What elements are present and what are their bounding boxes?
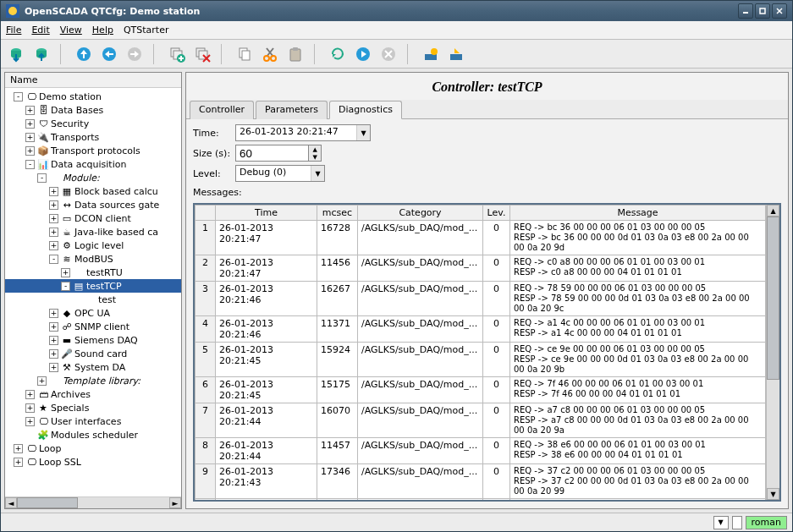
spin-up-icon[interactable]: ▲ bbox=[309, 145, 321, 153]
tree-toggle-icon[interactable]: + bbox=[25, 403, 35, 413]
tree-toggle-icon[interactable]: + bbox=[25, 106, 35, 115]
menu-qtstarter[interactable]: QTStarter bbox=[124, 25, 169, 36]
tree-toggle-icon[interactable]: + bbox=[49, 349, 58, 359]
scroll-thumb[interactable] bbox=[17, 497, 78, 508]
tree-item[interactable]: +▭DCON client bbox=[5, 211, 181, 225]
scroll-up-icon[interactable]: ▲ bbox=[767, 205, 779, 217]
table-row[interactable]: 526-01-2013 20:21:4515924/AGLKS/sub_DAQ/… bbox=[195, 343, 766, 377]
menu-edit[interactable]: Edit bbox=[31, 25, 49, 36]
tree-toggle-icon[interactable]: + bbox=[49, 336, 58, 345]
tree-toggle-icon[interactable]: + bbox=[49, 241, 58, 250]
nav-up-icon[interactable] bbox=[74, 44, 94, 64]
table-row[interactable]: 326-01-2013 20:21:4616267/AGLKS/sub_DAQ/… bbox=[195, 282, 766, 316]
status-dropdown[interactable]: ▼ bbox=[713, 516, 729, 529]
tree-item[interactable]: +📦Transport protocols bbox=[5, 144, 181, 157]
paste-icon[interactable] bbox=[285, 44, 306, 64]
table-row[interactable]: 1026-01-2013 20:21:4312040/AGLKS/sub_DAQ… bbox=[195, 499, 766, 501]
tree-item[interactable]: -Module: bbox=[5, 171, 181, 184]
tree-item[interactable]: -📊Data acquisition bbox=[5, 157, 181, 171]
tree-item[interactable]: +▦Block based calcu bbox=[5, 184, 181, 198]
col-message[interactable]: Message bbox=[510, 206, 766, 221]
menu-help[interactable]: Help bbox=[92, 25, 113, 36]
col-mcsec[interactable]: mcsec bbox=[317, 206, 358, 221]
menu-file[interactable]: File bbox=[6, 25, 21, 36]
table-row[interactable]: 726-01-2013 20:21:4416070/AGLKS/sub_DAQ/… bbox=[195, 403, 766, 438]
tree-toggle-icon[interactable]: + bbox=[14, 444, 23, 453]
item-add-icon[interactable] bbox=[167, 44, 187, 64]
tree-toggle-icon[interactable]: + bbox=[49, 322, 58, 332]
tree-toggle-icon[interactable]: - bbox=[25, 160, 35, 169]
tree-item[interactable]: +🗃Archives bbox=[5, 387, 181, 401]
tree-item[interactable]: +🖵Loop bbox=[5, 442, 181, 455]
tree-item[interactable]: -≋ModBUS bbox=[5, 252, 181, 266]
tree-toggle-icon[interactable]: + bbox=[25, 417, 35, 426]
tree-item[interactable]: +⚙Logic level bbox=[5, 239, 181, 252]
tree-toggle-icon[interactable]: + bbox=[25, 119, 35, 129]
scroll-left-icon[interactable]: ◄ bbox=[5, 497, 17, 508]
tree-toggle-icon[interactable]: + bbox=[49, 228, 58, 237]
tree-item[interactable]: +🔌Transports bbox=[5, 130, 181, 144]
tree-toggle-icon[interactable]: - bbox=[49, 255, 58, 264]
tree-toggle-icon[interactable]: + bbox=[14, 458, 23, 467]
tree-toggle-icon[interactable]: + bbox=[61, 268, 70, 277]
scroll-down-icon[interactable]: ▼ bbox=[767, 488, 779, 500]
tree-item[interactable]: +🖵Loop SSL bbox=[5, 455, 181, 469]
tree-item[interactable]: +Template library: bbox=[5, 374, 181, 387]
tree-item[interactable]: +🗄Data Bases bbox=[5, 103, 181, 117]
tree-toggle-icon[interactable]: + bbox=[25, 146, 35, 156]
tool-config1-icon[interactable] bbox=[421, 44, 441, 64]
maximize-button[interactable] bbox=[755, 3, 770, 19]
tree-item[interactable]: -▤testTCP bbox=[5, 279, 181, 293]
tab-controller[interactable]: Controller bbox=[190, 101, 254, 119]
tree-item[interactable]: +🛡Security bbox=[5, 117, 181, 130]
scroll-right-icon[interactable]: ► bbox=[169, 497, 181, 508]
tree-toggle-icon[interactable]: + bbox=[49, 363, 58, 372]
tree-toggle-icon[interactable]: + bbox=[49, 200, 58, 210]
table-vscrollbar[interactable]: ▲ ▼ bbox=[766, 205, 779, 500]
refresh-icon[interactable] bbox=[328, 44, 348, 64]
chevron-down-icon[interactable]: ▼ bbox=[311, 166, 324, 181]
tree-item[interactable]: test bbox=[5, 293, 181, 306]
tree-item[interactable]: 🧩Modules scheduler bbox=[5, 428, 181, 442]
tree-toggle-icon[interactable]: + bbox=[49, 214, 58, 223]
chevron-down-icon[interactable]: ▼ bbox=[356, 125, 370, 140]
tree-toggle-icon[interactable]: + bbox=[25, 390, 35, 399]
minimize-button[interactable] bbox=[738, 3, 753, 19]
level-select[interactable]: Debug (0) ▼ bbox=[235, 165, 325, 182]
tree-item[interactable]: +☕Java-like based ca bbox=[5, 225, 181, 239]
tree-toggle-icon[interactable]: + bbox=[49, 309, 58, 318]
col-rownum[interactable] bbox=[195, 206, 216, 221]
size-input[interactable] bbox=[235, 145, 308, 162]
close-button[interactable] bbox=[772, 3, 787, 19]
tree-hscrollbar[interactable]: ◄ ► bbox=[5, 496, 181, 508]
tree-toggle-icon[interactable]: - bbox=[61, 282, 70, 291]
tool-config2-icon[interactable] bbox=[446, 44, 466, 64]
tree-item[interactable]: -🖵Demo station bbox=[5, 90, 181, 103]
tree-toggle-icon[interactable]: - bbox=[37, 173, 47, 183]
cut-icon[interactable] bbox=[260, 44, 280, 64]
db-save-icon[interactable] bbox=[31, 44, 52, 64]
db-load-icon[interactable] bbox=[6, 44, 26, 64]
tree-item[interactable]: +↔Data sources gate bbox=[5, 198, 181, 211]
time-field[interactable]: 26-01-2013 20:21:47 ▼ bbox=[235, 124, 371, 141]
size-spinner[interactable]: ▲▼ bbox=[235, 145, 322, 162]
tree-toggle-icon[interactable]: + bbox=[37, 376, 47, 386]
tree-item[interactable]: +testRTU bbox=[5, 266, 181, 279]
nav-back-icon[interactable] bbox=[99, 44, 119, 64]
tree-item[interactable]: +☍SNMP client bbox=[5, 320, 181, 333]
table-row[interactable]: 226-01-2013 20:21:4711456/AGLKS/sub_DAQ/… bbox=[195, 255, 766, 282]
copy-icon[interactable] bbox=[234, 44, 255, 64]
tree-item[interactable]: +🖵User interfaces bbox=[5, 414, 181, 428]
col-time[interactable]: Time bbox=[216, 206, 317, 221]
table-row[interactable]: 126-01-2013 20:21:4716728/AGLKS/sub_DAQ/… bbox=[195, 221, 766, 255]
tree-item[interactable]: +★Specials bbox=[5, 401, 181, 414]
tree-toggle-icon[interactable]: + bbox=[25, 133, 35, 142]
tree-item[interactable]: +🎤Sound card bbox=[5, 347, 181, 360]
tree-toggle-icon[interactable]: - bbox=[14, 92, 23, 101]
spin-down-icon[interactable]: ▼ bbox=[309, 153, 321, 161]
tree-item[interactable]: +◆OPC UA bbox=[5, 306, 181, 320]
status-user[interactable]: roman bbox=[746, 516, 787, 529]
tree-header[interactable]: Name bbox=[5, 73, 181, 88]
item-del-icon[interactable] bbox=[192, 44, 212, 64]
menu-view[interactable]: View bbox=[60, 25, 82, 36]
